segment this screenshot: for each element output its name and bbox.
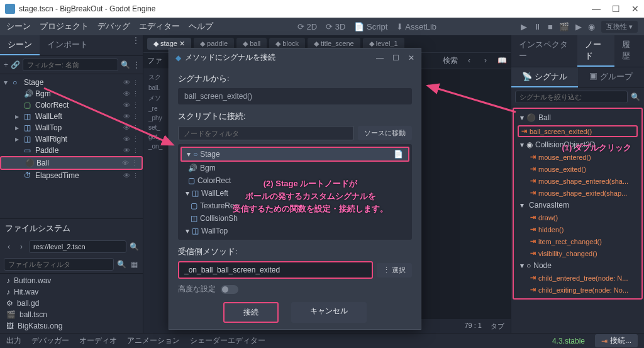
signal-group-node[interactable]: ▾○ Node xyxy=(514,259,641,272)
signal-filter[interactable] xyxy=(515,91,628,103)
scene-node-walltop[interactable]: ▸◫ WallTop👁 ⋮ xyxy=(0,122,143,133)
bottom-animation[interactable]: アニメーション xyxy=(127,335,180,346)
goto-source-button[interactable]: ソースに移動 xyxy=(358,126,412,140)
nav-fwd-icon[interactable]: › xyxy=(16,242,26,252)
scene-node-wallright[interactable]: ▸◫ WallRight👁 ⋮ xyxy=(0,133,143,145)
online-docs-icon[interactable]: 📖 xyxy=(497,55,507,65)
bottom-shader[interactable]: シェーダーエディター xyxy=(190,335,265,346)
search-icon[interactable]: 🔍 xyxy=(116,259,126,269)
scene-node-wallleft[interactable]: ▸◫ WallLeft👁 ⋮ xyxy=(0,111,143,122)
search-icon[interactable]: 🔍 xyxy=(630,92,640,102)
bottom-audio[interactable]: オーディオ xyxy=(79,335,117,346)
filesystem-path[interactable] xyxy=(29,240,126,253)
menu-scene[interactable]: シーン xyxy=(6,21,31,32)
signal-item_rect_changed[interactable]: ⇥ item_rect_changed() xyxy=(514,235,641,247)
signal-group-collisionobject2d[interactable]: ▾◉ CollisionObject2D xyxy=(514,138,641,151)
renderer-select[interactable]: 互換性 ▾ xyxy=(601,21,638,33)
grid-icon[interactable]: ▦ xyxy=(129,259,139,269)
select-method-button[interactable]: ⋮ 選択 xyxy=(377,263,412,278)
nav-back-icon[interactable]: ‹ xyxy=(4,242,14,252)
add-node-icon[interactable]: + xyxy=(4,60,8,70)
advanced-toggle[interactable] xyxy=(221,285,238,294)
maximize-icon[interactable]: ☐ xyxy=(612,4,620,14)
signal-child_entered_treenodeN[interactable]: ⇥ child_entered_tree(node: N... xyxy=(514,272,641,284)
scene-node-paddle[interactable]: ▭ Paddle👁 ⋮ xyxy=(0,145,143,156)
play-scene-icon[interactable]: 🎬 xyxy=(559,22,569,31)
signal-group-ball[interactable]: ▾⚫ Ball xyxy=(514,111,641,124)
fs-item[interactable]: ⚙ball.gd xyxy=(0,298,143,309)
minimap[interactable] xyxy=(460,69,511,333)
close-icon[interactable]: ✕ xyxy=(631,4,639,14)
signal-draw[interactable]: ⇥ draw() xyxy=(514,211,641,223)
connect-signal-bottom-button[interactable]: ⇥接続... xyxy=(595,334,638,347)
dock-options-icon[interactable]: ⋮ xyxy=(133,35,143,45)
scene-node-elapsedtime[interactable]: ⏱ ElapsedTime👁 ⋮ xyxy=(0,170,143,181)
subtab-signals[interactable]: 📡 シグナル xyxy=(511,67,578,87)
dialog-node-texturerec[interactable]: ▢ TextureRec xyxy=(178,199,412,212)
menu-help[interactable]: ヘルプ xyxy=(189,21,213,32)
tab-scene[interactable]: シーン xyxy=(0,35,40,55)
signal-child_exiting_treenodeNo[interactable]: ⇥ child_exiting_tree(node: No... xyxy=(514,284,641,296)
signal-hidden[interactable]: ⇥ hidden() xyxy=(514,223,641,235)
play-custom-icon[interactable]: ▶ xyxy=(575,22,582,31)
fs-item[interactable]: 🎬ball.tscn xyxy=(0,309,143,320)
more-icon[interactable]: ⋮ xyxy=(133,60,140,70)
menu-project[interactable]: プロジェクト xyxy=(40,21,89,32)
signal-mouse_exited[interactable]: ⇥ mouse_exited() xyxy=(514,163,641,175)
cancel-button[interactable]: キャンセル xyxy=(291,302,367,323)
fs-item[interactable]: ♪Button.wav xyxy=(0,275,143,286)
dialog-minimize-icon[interactable]: — xyxy=(376,53,384,62)
search-icon[interactable]: 🔍 xyxy=(129,242,139,252)
signal-mouse_entered[interactable]: ⇥ mouse_entered() xyxy=(514,151,641,163)
minimize-icon[interactable]: — xyxy=(592,4,601,14)
nav-back-icon[interactable]: ‹ xyxy=(464,55,474,65)
search-action[interactable]: 検索 xyxy=(443,55,458,66)
mode-script[interactable]: 📄 Script xyxy=(354,22,387,31)
signal-ball_screen_exited[interactable]: ⇥ ball_screen_exited() xyxy=(518,125,638,137)
dialog-node-colorrect[interactable]: ▢ ColorRect xyxy=(178,174,412,187)
subtab-groups[interactable]: ▣ グループ xyxy=(578,67,645,87)
scene-node-bgm[interactable]: 🔊 Bgm👁 ⋮ xyxy=(0,88,143,99)
scene-node-ball[interactable]: ⚫ Ball👁 ⋮ xyxy=(0,156,143,170)
scene-filter-input[interactable] xyxy=(23,59,118,71)
tab-import[interactable]: インポート xyxy=(40,35,96,55)
dialog-node-bgm[interactable]: 🔊 Bgm xyxy=(178,162,412,174)
scene-node-stage[interactable]: ▾○ Stage👁 ⋮ xyxy=(0,77,143,88)
script-menu-file[interactable]: ファ xyxy=(147,55,162,66)
play-icon[interactable]: ▶ xyxy=(521,22,527,31)
movie-icon[interactable]: ◉ xyxy=(588,22,595,31)
mode-2d[interactable]: ⟳ 2D xyxy=(297,22,317,31)
stop-icon[interactable]: ■ xyxy=(548,22,553,31)
tab-node[interactable]: ノード xyxy=(577,35,614,67)
dialog-node-filter[interactable] xyxy=(178,126,354,140)
link-icon[interactable]: 🔗 xyxy=(11,60,20,70)
fs-item[interactable]: ♪Hit.wav xyxy=(0,286,143,298)
receiver-method-input[interactable] xyxy=(178,261,373,279)
menu-debug[interactable]: デバッグ xyxy=(97,21,130,32)
dialog-maximize-icon[interactable]: ☐ xyxy=(392,53,399,62)
dialog-node-wallleft[interactable]: ▾◫ WallLeft xyxy=(178,187,412,199)
tab-history[interactable]: 履歴 xyxy=(614,35,644,67)
bottom-debugger[interactable]: デバッガー xyxy=(31,335,69,346)
bottom-output[interactable]: 出力 xyxy=(6,335,21,346)
signal-visibility_changed[interactable]: ⇥ visibility_changed() xyxy=(514,247,641,259)
mode-assetlib[interactable]: ⬇ AssetLib xyxy=(396,22,436,31)
dialog-node-stage[interactable]: ▾○ Stage📄 xyxy=(180,147,409,162)
dialog-close-icon[interactable]: ✕ xyxy=(408,53,414,62)
menu-editor[interactable]: エディター xyxy=(139,21,180,32)
pause-icon[interactable]: ⏸ xyxy=(533,22,541,31)
mode-3d[interactable]: ⟳ 3D xyxy=(326,22,345,31)
tab-inspector[interactable]: インスペクター xyxy=(511,35,577,67)
signal-mouse_shape_enteredsha[interactable]: ⇥ mouse_shape_entered(sha... xyxy=(514,175,641,187)
indent-mode[interactable]: タブ xyxy=(491,322,504,331)
fs-item[interactable]: 🖼BigKatsu.ong xyxy=(0,320,143,332)
signal-group-canvasitem[interactable]: ▾ CanvasItem xyxy=(514,199,641,211)
dialog-node-walltop[interactable]: ▾◫ WallTop xyxy=(178,225,412,237)
filesystem-filter[interactable] xyxy=(4,258,114,271)
signal-mouse_shape_exitedshap[interactable]: ⇥ mouse_shape_exited(shap... xyxy=(514,187,641,199)
dialog-node-collisionsh[interactable]: ◫ CollisionSh xyxy=(178,212,412,225)
connect-button[interactable]: 接続 xyxy=(223,302,279,323)
search-icon[interactable]: 🔍 xyxy=(121,60,130,70)
nav-fwd-icon[interactable]: › xyxy=(480,55,491,65)
scene-node-colorrect[interactable]: ▢ ColorRect👁 ⋮ xyxy=(0,99,143,111)
